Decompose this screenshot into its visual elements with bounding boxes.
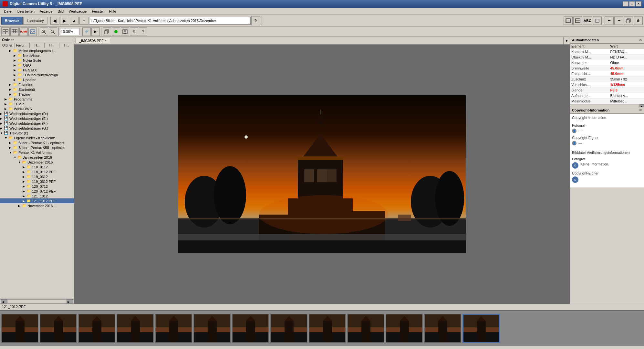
- tree-toggle-25[interactable]: ▶: [23, 170, 26, 174]
- tree-toggle-6[interactable]: ▶: [14, 78, 17, 81]
- tree-node-8[interactable]: ▶📁Startmenü: [0, 87, 74, 92]
- tab-favorit[interactable]: Favorit...: [15, 43, 30, 48]
- hscroll-right[interactable]: ►: [67, 300, 73, 303]
- tree-toggle-1[interactable]: ▶: [14, 54, 17, 57]
- tree-node-5[interactable]: ▶📁TOnlineRouterKonfigu: [0, 72, 74, 77]
- undo-button[interactable]: ↩: [605, 16, 614, 25]
- tree-node-11[interactable]: ▶📁TEMP: [0, 101, 74, 106]
- film-thumb-1[interactable]: [40, 314, 77, 343]
- settings-button[interactable]: ⚙: [130, 27, 138, 36]
- tree-node-26[interactable]: ▶📁119_0612: [0, 174, 74, 179]
- image-tab-close[interactable]: ×: [105, 39, 107, 42]
- menu-datei[interactable]: Datei: [1, 9, 15, 14]
- delete-button[interactable]: 🗑: [634, 16, 643, 25]
- tree-node-9[interactable]: ▶📁Tracing: [0, 92, 74, 97]
- tree-node-0[interactable]: ▶📁Meine empfangenen I...: [0, 48, 74, 53]
- tree-node-3[interactable]: ▶📁O&O: [0, 63, 74, 68]
- tree-node-20[interactable]: ▶📁Bilder - Pentax K5II - optimier: [0, 145, 74, 150]
- tree-toggle-28[interactable]: ▶: [23, 185, 26, 188]
- film-thumb-4[interactable]: [155, 314, 192, 343]
- tree-toggle-29[interactable]: ▶: [23, 190, 26, 193]
- select-button3[interactable]: [593, 16, 602, 25]
- raw-button[interactable]: RAW: [19, 27, 28, 36]
- green-circle-button[interactable]: ↓: [112, 27, 120, 36]
- tree-hscroll[interactable]: ◄ ►: [0, 299, 74, 304]
- tree-node-23[interactable]: ▼📂Dezember 2016: [0, 160, 74, 164]
- zoom-actual-button[interactable]: [49, 27, 57, 36]
- tree-toggle-4[interactable]: ▶: [14, 69, 17, 72]
- tab-h2[interactable]: H...: [45, 43, 59, 48]
- image-container[interactable]: [74, 45, 570, 304]
- image-tab[interactable]: _IMG0508.PEF ×: [76, 38, 110, 43]
- tree-toggle-21[interactable]: ▼: [9, 151, 13, 154]
- tree-node-2[interactable]: ▶📁Nokia Suite: [0, 58, 74, 63]
- select-button2[interactable]: [573, 16, 582, 25]
- tree-toggle-16[interactable]: ▶: [0, 127, 4, 130]
- tree-toggle-20[interactable]: ▶: [9, 146, 13, 149]
- menu-fenster[interactable]: Fenster: [89, 9, 106, 14]
- menu-werkzeuge[interactable]: Werkzeuge: [66, 9, 89, 14]
- tree-node-4[interactable]: ▶📁PENTAX: [0, 68, 74, 72]
- play-button[interactable]: ▶: [91, 27, 100, 36]
- zoom-fit-button[interactable]: [40, 27, 48, 36]
- tree-node-22[interactable]: ▼📂Jahreszeiten 2016: [0, 155, 74, 160]
- hscroll-track[interactable]: [7, 300, 67, 303]
- path-input[interactable]: [89, 17, 251, 25]
- copyright-close[interactable]: ✕: [639, 108, 642, 112]
- tree-node-6[interactable]: ▶📁Updater: [0, 77, 74, 82]
- tree-toggle-0[interactable]: ▶: [9, 49, 13, 52]
- hscroll-left[interactable]: ◄: [1, 300, 7, 303]
- save-button[interactable]: [121, 27, 129, 36]
- browser-button[interactable]: Browser: [1, 17, 23, 25]
- tree-toggle-31[interactable]: ▶: [23, 199, 26, 203]
- tree-node-16[interactable]: ▶💾Wechseldatenträger (G:): [0, 126, 74, 131]
- up-button[interactable]: ▲: [70, 17, 79, 25]
- tree-node-25[interactable]: ▶📁118_0112 PEF: [0, 169, 74, 174]
- tree-toggle-9[interactable]: ▶: [9, 93, 13, 96]
- help-button[interactable]: ?: [139, 27, 147, 36]
- preview-button[interactable]: [28, 27, 37, 36]
- menu-hilfe[interactable]: Hilfe: [107, 9, 119, 14]
- tree-toggle-2[interactable]: ▶: [14, 59, 17, 62]
- tree-node-28[interactable]: ▶📁120_0712: [0, 184, 74, 189]
- tree-node-13[interactable]: ▶💾Wechseldatenträger (D:): [0, 111, 74, 116]
- grid-view-button[interactable]: [1, 27, 10, 36]
- menu-bild[interactable]: Bild: [55, 9, 66, 14]
- close-button[interactable]: ✕: [636, 1, 641, 6]
- film-thumb-9[interactable]: [347, 314, 384, 343]
- tree-toggle-5[interactable]: ▶: [14, 73, 17, 77]
- copy2-button[interactable]: [103, 27, 111, 36]
- film-thumb-11[interactable]: [424, 314, 461, 343]
- tree-toggle-30[interactable]: ▶: [23, 195, 26, 198]
- tree-node-7[interactable]: ▶📁Favoriten: [0, 82, 74, 87]
- grid-view2-button[interactable]: [10, 27, 19, 36]
- select-rect-button[interactable]: [564, 16, 573, 25]
- tree-toggle-8[interactable]: ▶: [9, 88, 13, 91]
- tree-toggle-14[interactable]: ▶: [0, 117, 4, 120]
- props-scrollbar[interactable]: ▼: [570, 104, 644, 107]
- film-thumb-12[interactable]: [462, 314, 500, 343]
- refresh-button[interactable]: ↻: [251, 16, 260, 25]
- tab-dropdown[interactable]: ▼: [563, 37, 570, 44]
- tree-node-24[interactable]: ▶📁118_0112: [0, 164, 74, 169]
- tab-h3[interactable]: H...: [59, 43, 74, 48]
- tree-toggle-13[interactable]: ▶: [0, 112, 4, 115]
- film-thumb-7[interactable]: [270, 314, 307, 343]
- tree-toggle-12[interactable]: ▶: [5, 107, 8, 111]
- film-thumb-0[interactable]: [1, 314, 38, 343]
- tree-node-17[interactable]: ▼💾TrekStor (I:): [0, 131, 74, 135]
- tree-node-21[interactable]: ▼📂Pentax K1 Vollformat: [0, 150, 74, 155]
- back-button[interactable]: ◀: [50, 17, 59, 25]
- maximize-button[interactable]: □: [629, 1, 635, 6]
- zoom-input[interactable]: [60, 28, 79, 35]
- tree-toggle-32[interactable]: ▶: [18, 204, 22, 207]
- film-thumb-8[interactable]: [309, 314, 346, 343]
- film-thumb-2[interactable]: [78, 314, 115, 343]
- tree-toggle-22[interactable]: ▼: [14, 156, 17, 159]
- menu-anzeige[interactable]: Anzeige: [37, 9, 55, 14]
- tree-node-29[interactable]: ▶📁120_0712 PEF: [0, 189, 74, 194]
- tree-node-27[interactable]: ▶📁119_0612 PEF: [0, 179, 74, 184]
- tree-toggle-19[interactable]: ▶: [9, 141, 13, 144]
- tree-toggle-15[interactable]: ▶: [0, 122, 4, 125]
- tree-toggle-3[interactable]: ▶: [14, 64, 17, 67]
